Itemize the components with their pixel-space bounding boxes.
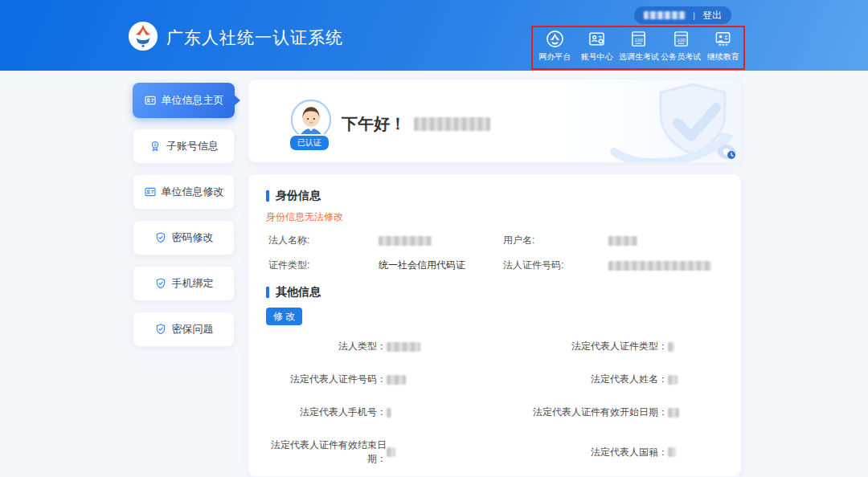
field-row: 法定代表人手机号： — [266, 406, 507, 419]
sidebar-item-label: 单位信息主页 — [162, 93, 224, 108]
field-label: 法定代表人国籍： — [507, 446, 668, 459]
field-label: 法定代表人证件有效开始日期： — [507, 406, 668, 419]
svg-text:100: 100 — [677, 37, 686, 43]
sidebar-item[interactable]: 单位信息修改 — [133, 174, 235, 210]
pill-divider: | — [693, 10, 695, 20]
content-area: 单位信息主页子账号信息单位信息修改密码修改手机绑定密保问题 — [0, 71, 868, 477]
eye-clock-icon — [716, 144, 737, 160]
section-bar — [266, 190, 269, 202]
field-value-redacted — [387, 408, 391, 418]
sidebar-item-label: 单位信息修改 — [162, 185, 224, 199]
shield-check-icon — [154, 231, 167, 244]
shield-check-icon — [154, 277, 167, 290]
header-nav-label: 继续教育 — [707, 51, 739, 63]
verified-badge: 已认证 — [289, 134, 330, 152]
field-label: 法定代表人手机号： — [266, 406, 387, 419]
header-nav-item[interactable]: 账号中心 — [577, 30, 617, 63]
field-value-redacted — [387, 447, 395, 457]
field-value-redacted — [608, 261, 711, 271]
field-row: 法定代表人证件类型： — [507, 340, 723, 353]
header-nav-label: 选调生考试 — [619, 51, 659, 63]
header-nav-item[interactable]: 100选调生考试 — [619, 30, 659, 63]
page-title: 广东人社统一认证系统 — [166, 26, 343, 49]
main-column: 已认证 下午好！ 身份信息 身份信息无法修改 法人名称:用户名:证件类型:统一社… — [248, 79, 742, 477]
field-row: 法定代表人证件有效结束日期： — [266, 438, 507, 466]
field-label: 法人类型： — [266, 340, 387, 353]
field-label: 法定代表人姓名： — [507, 373, 668, 386]
header-nav-label: 公务员考试 — [661, 51, 701, 63]
svg-text:100: 100 — [635, 37, 644, 43]
sidebar-item[interactable]: 单位信息主页 — [133, 83, 235, 118]
identity-warning: 身份信息无法修改 — [266, 210, 723, 224]
id-card-gear-icon — [588, 30, 606, 48]
greeting-text: 下午好！ — [342, 113, 406, 135]
field-row: 法定代表人证件有效开始日期： — [507, 406, 723, 419]
logout-button[interactable]: 登出 — [702, 9, 722, 22]
sidebar-item-label: 密码修改 — [172, 230, 214, 245]
sidebar-item[interactable]: 密保问题 — [133, 312, 235, 347]
field-label: 法人名称: — [268, 234, 379, 247]
sidebar-item-label: 手机绑定 — [172, 276, 214, 291]
id-card-icon — [144, 94, 157, 107]
badge-icon — [149, 140, 162, 153]
field-label: 法定代表人证件类型： — [507, 340, 668, 353]
field-value-redacted — [379, 236, 432, 246]
sidebar-item-label: 密保问题 — [172, 322, 214, 336]
field-label: 法人证件号码: — [503, 259, 608, 272]
id-card-icon — [144, 186, 157, 198]
field-value-redacted — [387, 375, 406, 385]
app-header: 广东人社统一认证系统 | 登出 网办平台账号中心100选调生考试100公务员考试… — [0, 0, 868, 71]
other-section-title: 其他信息 — [266, 285, 723, 300]
header-nav-label: 网办平台 — [538, 51, 571, 63]
identity-fields: 法人名称:用户名:证件类型:统一社会信用代码证法人证件号码: — [268, 234, 723, 272]
header-nav-item[interactable]: 继续教育 — [703, 30, 743, 63]
shield-check-icon — [154, 323, 167, 336]
header-nav-item[interactable]: 100公务员考试 — [661, 30, 701, 63]
field-label: 法定代表人证件号码： — [266, 373, 387, 386]
greeting-card: 已认证 下午好！ — [248, 79, 742, 163]
user-display-name-redacted — [414, 117, 490, 131]
header-nav: 网办平台账号中心100选调生考试100公务员考试继续教育 — [533, 30, 745, 63]
field-value-redacted — [387, 342, 420, 352]
emblem-icon — [546, 30, 564, 48]
modify-button[interactable]: 修 改 — [266, 308, 302, 325]
field-label: 证件类型: — [268, 259, 379, 272]
sidebar-item[interactable]: 密码修改 — [133, 220, 235, 255]
sidebar: 单位信息主页子账号信息单位信息修改密码修改手机绑定密保问题 — [133, 83, 235, 347]
app-logo-emblem-icon — [128, 21, 158, 51]
field-value-redacted — [668, 447, 676, 457]
sidebar-item[interactable]: 手机绑定 — [133, 266, 235, 301]
presentation-icon — [714, 30, 732, 48]
other-fields: 法人类型：法定代表人证件类型：法定代表人证件号码：法定代表人姓名：法定代表人手机… — [266, 340, 723, 466]
field-value-redacted — [668, 375, 678, 385]
sidebar-item[interactable]: 子账号信息 — [133, 128, 235, 164]
field-row: 法定代表人姓名： — [507, 373, 723, 386]
other-section: 其他信息 修 改 法人类型：法定代表人证件类型：法定代表人证件号码：法定代表人姓… — [266, 285, 723, 466]
field-row: 法定代表人国籍： — [507, 438, 723, 466]
user-pill[interactable]: | 登出 — [634, 6, 731, 24]
exam-100-icon: 100 — [672, 30, 690, 48]
section-bar — [266, 287, 269, 298]
field-value-redacted — [608, 236, 637, 246]
field-value-redacted — [668, 342, 674, 352]
field-row: 法定代表人证件号码： — [266, 373, 507, 386]
user-name-redacted — [644, 11, 686, 19]
field-value-redacted — [668, 408, 679, 418]
header-nav-item[interactable]: 网办平台 — [534, 30, 575, 63]
field-label: 用户名: — [503, 234, 608, 247]
field-row: 法人类型： — [266, 340, 507, 353]
exam-100-icon: 100 — [629, 30, 648, 48]
header-nav-label: 账号中心 — [581, 51, 613, 63]
field-label: 法定代表人证件有效结束日期： — [266, 438, 387, 466]
info-card: 身份信息 身份信息无法修改 法人名称:用户名:证件类型:统一社会信用代码证法人证… — [248, 173, 742, 477]
sidebar-item-label: 子账号信息 — [166, 139, 219, 153]
identity-section-title: 身份信息 — [266, 189, 723, 203]
field-value: 统一社会信用代码证 — [379, 259, 503, 272]
